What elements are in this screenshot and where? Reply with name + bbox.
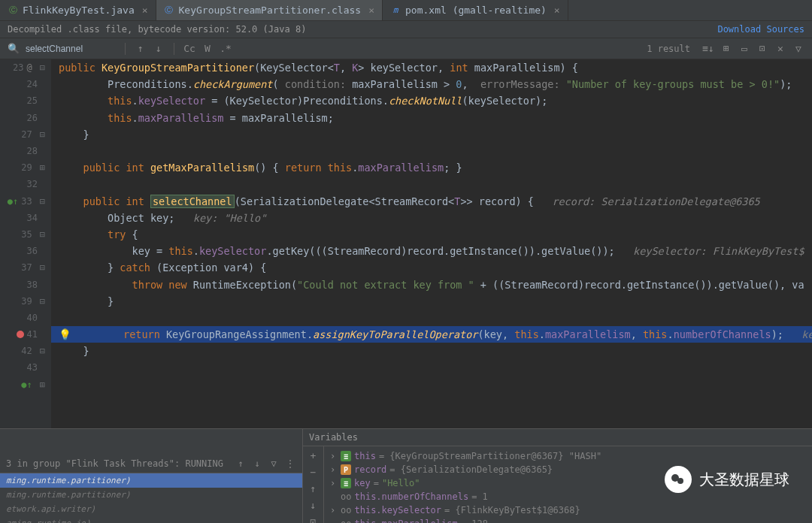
stack-frame[interactable]: aming.runtime.io)	[0, 516, 302, 523]
tab-file-3[interactable]: m pom.xml (gmall-realtime) ×	[383, 0, 568, 20]
gutter-line[interactable]: 23@⊟	[0, 59, 51, 76]
this-icon: ≡	[341, 451, 351, 461]
stack-frame[interactable]: ming.runtime.partitioner)	[0, 473, 302, 488]
whole-word-icon[interactable]: W	[201, 43, 214, 55]
frames-panel: 3 in group "Flink Task Threads": RUNNING…	[0, 429, 303, 523]
thread-status: 3 in group "Flink Task Threads": RUNNING	[6, 458, 223, 469]
decompile-info-bar: Decompiled .class file, bytecode version…	[0, 21, 812, 38]
maven-icon: m	[390, 5, 401, 16]
toolbar-icon-3[interactable]: ▭	[738, 43, 750, 55]
watermark-text: 大圣数据星球	[699, 470, 789, 490]
down-icon[interactable]: ↓	[308, 499, 320, 511]
variable-row[interactable]: oo this.maxParallelism = 128	[327, 517, 809, 523]
gutter-line[interactable]: 26	[0, 110, 51, 126]
gutter-line[interactable]: 34	[0, 210, 51, 226]
variable-row[interactable]: ›oo this.keySelector = {FlinkKeyByTest$1…	[327, 503, 809, 517]
tab-label: pom.xml (gmall-realtime)	[405, 5, 547, 16]
breakpoint-icon	[17, 331, 24, 338]
editor-tabs: Ⓒ FlinkKeyByTest.java × Ⓒ KeyGroupStream…	[0, 0, 812, 21]
gutter-line[interactable]: 24	[0, 76, 51, 92]
divider	[174, 43, 174, 55]
filter-icon[interactable]: ▽	[792, 43, 804, 55]
watermark: 大圣数据星球	[665, 466, 789, 493]
search-result-count: 1 result	[647, 44, 690, 54]
search-icon: 🔍	[8, 43, 20, 54]
line-gutter: 23@⊟ 24 25 26 27⊟ 28 29⊞ 32 ●↑33⊟ 34 35⊟…	[0, 59, 51, 428]
gutter-line[interactable]: 39⊟	[0, 293, 51, 310]
next-frame-icon[interactable]: ↓	[251, 458, 263, 470]
variables-toolbar: + − ↑ ↓ ⊡ oo	[303, 446, 324, 523]
stack-frame[interactable]: etwork.api.writer)	[0, 502, 302, 516]
gutter-line[interactable]: 40	[0, 310, 51, 326]
gutter-line[interactable]: 38	[0, 276, 51, 292]
variable-row[interactable]: ›≡this = {KeyGroupStreamPartitioner@6367…	[327, 449, 809, 463]
decompile-info: Decompiled .class file, bytecode version…	[8, 24, 306, 35]
intention-bulb-icon[interactable]: 💡	[59, 328, 71, 340]
toolbar-icon-5[interactable]: ✕	[774, 43, 786, 55]
gutter-line[interactable]: 25	[0, 92, 51, 109]
toolbar-icon-1[interactable]: ≡↓	[702, 43, 714, 55]
prev-frame-icon[interactable]: ↑	[235, 458, 247, 470]
more-icon[interactable]: ⋮	[284, 458, 296, 470]
gutter-line[interactable]: 37⊟	[0, 259, 51, 276]
toolbar-icon-2[interactable]: ⊞	[720, 43, 732, 55]
up-icon[interactable]: ↑	[308, 482, 320, 494]
variables-header: Variables	[303, 429, 812, 446]
regex-icon[interactable]: .*	[220, 43, 232, 55]
java-class-icon: Ⓒ	[164, 5, 174, 16]
tab-label: KeyGroupStreamPartitioner.class	[179, 5, 362, 16]
close-icon[interactable]: ×	[142, 5, 148, 16]
gutter-line[interactable]: 29⊞	[0, 159, 51, 176]
divider	[125, 43, 126, 55]
duplicate-icon[interactable]: ⊡	[308, 515, 320, 523]
param-icon: P	[341, 464, 351, 475]
next-occurrence-icon[interactable]: ↓	[153, 43, 165, 55]
search-input[interactable]	[26, 44, 116, 54]
var-icon: ≡	[341, 478, 351, 488]
gutter-line[interactable]: 27⊟	[0, 126, 51, 143]
gutter-line[interactable]: 41	[0, 326, 51, 343]
prev-occurrence-icon[interactable]: ↑	[135, 43, 147, 55]
remove-watch-icon[interactable]: −	[308, 466, 320, 478]
frames-header: 3 in group "Flink Task Threads": RUNNING…	[0, 455, 302, 473]
gutter-line[interactable]: 42⊟	[0, 343, 51, 359]
gutter-line[interactable]: 43	[0, 359, 51, 376]
code-content[interactable]: public KeyGroupStreamPartitioner(KeySele…	[51, 59, 812, 428]
filter-icon[interactable]: ▽	[268, 458, 280, 470]
gutter-line[interactable]: 36	[0, 243, 51, 259]
download-sources-link[interactable]: Download Sources	[717, 24, 804, 35]
toolbar-icon-4[interactable]: ⊡	[756, 43, 768, 55]
close-icon[interactable]: ×	[368, 5, 374, 16]
gutter-line[interactable]: ●↑⊞	[0, 376, 51, 393]
execution-line: 💡 return KeyGroupRangeAssignment.assignK…	[51, 326, 812, 343]
stack-frame[interactable]: ming.runtime.partitioner)	[0, 488, 302, 502]
svg-point-1	[677, 478, 683, 484]
tab-label: FlinkKeyByTest.java	[23, 5, 135, 16]
wechat-icon	[665, 466, 692, 493]
code-editor: 23@⊟ 24 25 26 27⊟ 28 29⊞ 32 ●↑33⊟ 34 35⊟…	[0, 59, 812, 428]
gutter-line[interactable]: 32	[0, 176, 51, 192]
gutter-line[interactable]: ●↑33⊟	[0, 193, 51, 210]
gutter-line[interactable]: 28	[0, 143, 51, 159]
java-class-icon: Ⓒ	[8, 5, 18, 16]
add-watch-icon[interactable]: +	[308, 449, 320, 461]
tab-file-1[interactable]: Ⓒ FlinkKeyByTest.java ×	[0, 0, 156, 20]
tab-file-2[interactable]: Ⓒ KeyGroupStreamPartitioner.class ×	[156, 0, 383, 20]
match-case-icon[interactable]: Cc	[183, 43, 195, 55]
gutter-line[interactable]: 35⊟	[0, 226, 51, 243]
find-bar: 🔍 ↑ ↓ Cc W .* 1 result ≡↓ ⊞ ▭ ⊡ ✕ ▽	[0, 38, 812, 59]
close-icon[interactable]: ×	[554, 5, 560, 16]
